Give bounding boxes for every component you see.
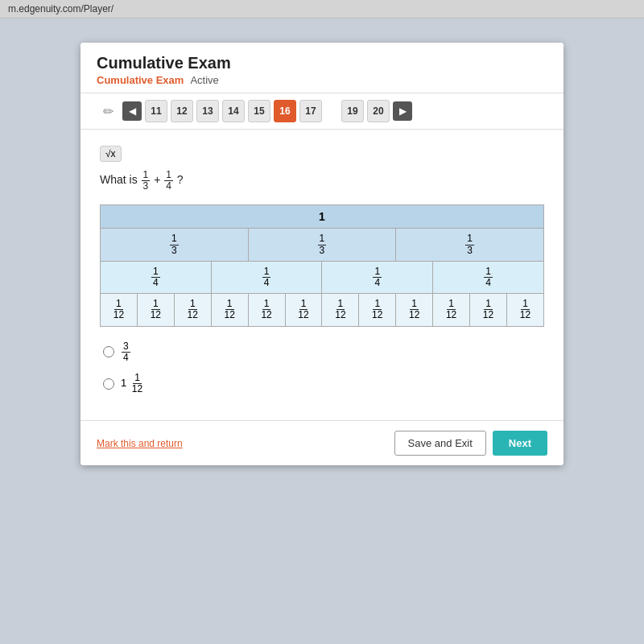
table-cell-4-12: 112 bbox=[506, 294, 543, 326]
table-cell-2-2: 13 bbox=[248, 229, 396, 261]
nav-btn-16[interactable]: 16 bbox=[274, 100, 296, 122]
option-2-label: 1 1 12 bbox=[121, 373, 145, 394]
table-cell-3-1: 14 bbox=[101, 261, 212, 293]
sqrt-button[interactable]: √x bbox=[100, 146, 122, 162]
answer-options: 3 4 1 1 12 bbox=[100, 341, 544, 395]
nav-btn-17[interactable]: 17 bbox=[299, 100, 322, 122]
exam-subtitle-label: Cumulative Exam bbox=[97, 74, 184, 86]
fraction-1: 1 3 bbox=[142, 170, 151, 192]
option-1[interactable]: 3 4 bbox=[103, 341, 544, 363]
nav-btn-20[interactable]: 20 bbox=[367, 100, 390, 122]
table-cell-1: 1 bbox=[101, 205, 544, 229]
table-cell-4-7: 112 bbox=[322, 294, 359, 326]
table-cell-3-2: 14 bbox=[211, 261, 322, 293]
question-text-after: ? bbox=[177, 173, 184, 186]
table-cell-4-2: 112 bbox=[137, 294, 174, 326]
option-2-radio[interactable] bbox=[103, 378, 114, 390]
nav-btn-15[interactable]: 15 bbox=[248, 100, 270, 122]
fraction-1-den: 3 bbox=[142, 181, 151, 192]
table-cell-2-3: 13 bbox=[396, 229, 544, 261]
browser-url: m.edgenuity.com/Player/ bbox=[8, 3, 114, 14]
sqrt-label: √x bbox=[105, 148, 116, 159]
exam-subtitle: Cumulative Exam Active bbox=[97, 74, 547, 86]
pencil-icon[interactable]: ✏ bbox=[97, 100, 119, 122]
fraction-table: 1 13 13 13 14 bbox=[100, 204, 544, 326]
footer-buttons: Save and Exit Next bbox=[394, 431, 547, 456]
option-2[interactable]: 1 1 12 bbox=[103, 373, 544, 394]
exam-header: Cumulative Exam Cumulative Exam Active bbox=[80, 43, 564, 93]
table-cell-4-4: 112 bbox=[211, 294, 248, 326]
operator: + bbox=[154, 173, 160, 186]
save-exit-button[interactable]: Save and Exit bbox=[394, 431, 486, 456]
table-cell-3-4: 14 bbox=[433, 261, 544, 293]
fraction-1-num: 1 bbox=[142, 170, 151, 181]
nav-btn-13[interactable]: 13 bbox=[196, 100, 219, 122]
question-text-before: What is bbox=[100, 173, 141, 186]
footer: Mark this and return Save and Exit Next bbox=[80, 420, 564, 465]
browser-bar: m.edgenuity.com/Player/ bbox=[0, 0, 644, 19]
fraction-2: 1 4 bbox=[164, 170, 173, 192]
table-row-2: 13 13 13 bbox=[101, 229, 544, 261]
nav-btn-14[interactable]: 14 bbox=[222, 100, 245, 122]
table-cell-4-1: 112 bbox=[101, 294, 138, 326]
option-1-fraction: 3 4 bbox=[122, 341, 130, 363]
table-cell-4-11: 112 bbox=[470, 294, 507, 326]
table-row-1: 1 bbox=[101, 205, 544, 229]
next-button[interactable]: Next bbox=[493, 431, 547, 456]
table-cell-4-9: 112 bbox=[396, 294, 433, 326]
table-cell-4-3: 112 bbox=[174, 294, 211, 326]
table-cell-4-6: 112 bbox=[285, 294, 322, 326]
nav-btn-12[interactable]: 12 bbox=[171, 100, 193, 122]
nav-bar: ✏ ◀ 11 12 13 14 15 16 17 19 20 ▶ bbox=[80, 93, 564, 130]
table-cell-4-8: 112 bbox=[359, 294, 396, 326]
table-row-3: 14 14 14 14 bbox=[101, 261, 544, 293]
table-row-4: 112 112 112 112 112 112 112 112 112 112 … bbox=[101, 294, 544, 326]
screen: Cumulative Exam Cumulative Exam Active ✏… bbox=[0, 19, 644, 644]
table-cell-4-10: 112 bbox=[433, 294, 470, 326]
question-area: √x What is 1 3 + 1 4 ? 1 bbox=[80, 130, 564, 420]
question-text: What is 1 3 + 1 4 ? bbox=[100, 170, 544, 192]
exam-status: Active bbox=[190, 74, 218, 86]
nav-btn-11[interactable]: 11 bbox=[145, 100, 167, 122]
option-2-fraction: 1 12 bbox=[130, 373, 144, 394]
mark-return-link[interactable]: Mark this and return bbox=[97, 438, 183, 449]
option-1-label: 3 4 bbox=[121, 341, 131, 363]
nav-next-arrow[interactable]: ▶ bbox=[393, 101, 412, 121]
option-1-radio[interactable] bbox=[103, 346, 114, 357]
fraction-2-den: 4 bbox=[164, 181, 173, 192]
table-cell-2-1: 13 bbox=[101, 229, 249, 261]
nav-prev-arrow[interactable]: ◀ bbox=[122, 101, 142, 121]
fraction-2-num: 1 bbox=[164, 170, 173, 181]
table-cell-3-3: 14 bbox=[322, 261, 433, 293]
nav-btn-19[interactable]: 19 bbox=[341, 100, 364, 122]
exam-title: Cumulative Exam bbox=[97, 54, 547, 72]
table-cell-4-5: 112 bbox=[248, 294, 285, 326]
exam-container: Cumulative Exam Cumulative Exam Active ✏… bbox=[80, 43, 564, 465]
